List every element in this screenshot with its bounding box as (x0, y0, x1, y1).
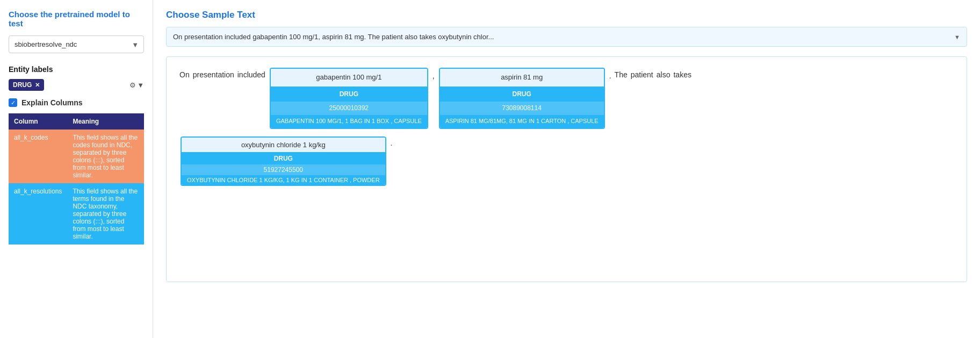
sample-text-select[interactable]: On presentation included gabapentin 100 … (167, 27, 967, 46)
entity-card-gabapentin-resolution: GABAPENTIN 100 MG/1, 1 BAG IN 1 BOX , CA… (271, 115, 427, 128)
word-presentation: presentation (193, 68, 234, 82)
sample-text-select-wrapper: On presentation included gabapentin 100 … (166, 27, 967, 47)
entity-card-oxybutynin-text: oxybutynin chloride 1 kg/kg (182, 138, 385, 153)
word-on: On (179, 68, 190, 82)
entity-card-gabapentin-label: DRUG (271, 87, 427, 102)
column-header-meaning: Meaning (67, 113, 144, 130)
column-header-column: Column (9, 113, 67, 130)
gear-dropdown-arrow-icon: ▼ (137, 81, 144, 89)
model-select[interactable]: sbiobertresolve_ndc (9, 35, 144, 53)
sidebar-title: Choose the pretrained model to test (9, 10, 144, 28)
gear-icon: ⚙ (129, 81, 136, 89)
entity-card-gabapentin-code: 25000010392 (271, 102, 427, 115)
entity-card-gabapentin: gabapentin 100 mg/1 DRUG 25000010392 GAB… (270, 68, 428, 129)
comma-1: , (433, 70, 435, 82)
explain-columns-label: Explain Columns (21, 98, 83, 107)
entity-card-aspirin: aspirin 81 mg DRUG 73089008114 ASPIRIN 8… (439, 68, 605, 129)
entity-card-aspirin-resolution: ASPIRIN 81 MG/81MG, 81 MG IN 1 CARTON , … (440, 115, 604, 128)
entity-labels-title: Entity labels (9, 65, 144, 74)
columns-table: Column Meaning all_k_codes This field sh… (9, 113, 144, 244)
period-1: . (609, 70, 611, 82)
sidebar: Choose the pretrained model to test sbio… (0, 0, 153, 338)
entity-card-aspirin-label: DRUG (440, 87, 604, 102)
table-row-all-k-codes: all_k_codes This field shows all the cod… (9, 130, 144, 183)
word-patient: patient (631, 68, 653, 82)
table-row-all-k-resolutions: all_k_resolutions This field shows all t… (9, 183, 144, 244)
main-content: Choose Sample Text On presentation inclu… (153, 0, 980, 338)
entity-tag-row: DRUG ✕ ⚙ ▼ (9, 79, 144, 91)
period-2: . (391, 139, 393, 147)
explain-columns-checkbox[interactable]: ✓ (9, 98, 17, 107)
column-name-all-k-resolutions: all_k_resolutions (9, 183, 67, 244)
word-included: included (237, 68, 265, 82)
entity-card-aspirin-text: aspirin 81 mg (440, 69, 604, 87)
result-area: On presentation included gabapentin 100 … (166, 56, 967, 282)
result-text-line-2: oxybutynin chloride 1 kg/kg DRUG 5192724… (179, 136, 954, 186)
entity-card-gabapentin-text: gabapentin 100 mg/1 (271, 69, 427, 87)
model-select-wrapper: sbiobertresolve_ndc ▼ (9, 35, 144, 53)
entity-card-oxybutynin-resolution: OXYBUTYNIN CHLORIDE 1 KG/KG, 1 KG IN 1 C… (182, 175, 385, 185)
word-the: The (615, 68, 628, 82)
entity-gear-button[interactable]: ⚙ ▼ (129, 81, 144, 89)
word-also: also (657, 68, 671, 82)
entity-card-aspirin-code: 73089008114 (440, 102, 604, 115)
sample-text-title: Choose Sample Text (166, 10, 967, 20)
entity-card-oxybutynin-code: 51927245500 (182, 164, 385, 175)
entity-tag-close-icon[interactable]: ✕ (35, 82, 40, 89)
column-meaning-all-k-resolutions: This field shows all the terms found in … (67, 183, 144, 244)
result-text-line-1: On presentation included gabapentin 100 … (179, 68, 954, 129)
column-meaning-all-k-codes: This field shows all the codes found in … (67, 130, 144, 183)
column-name-all-k-codes: all_k_codes (9, 130, 67, 183)
entity-card-oxybutynin: oxybutynin chloride 1 kg/kg DRUG 5192724… (181, 136, 386, 186)
entity-card-oxybutynin-label: DRUG (182, 153, 385, 164)
entity-tag-label: DRUG (13, 81, 32, 89)
entity-tag-drug[interactable]: DRUG ✕ (9, 79, 44, 91)
word-takes: takes (673, 68, 691, 82)
explain-columns-row: ✓ Explain Columns (9, 98, 144, 107)
